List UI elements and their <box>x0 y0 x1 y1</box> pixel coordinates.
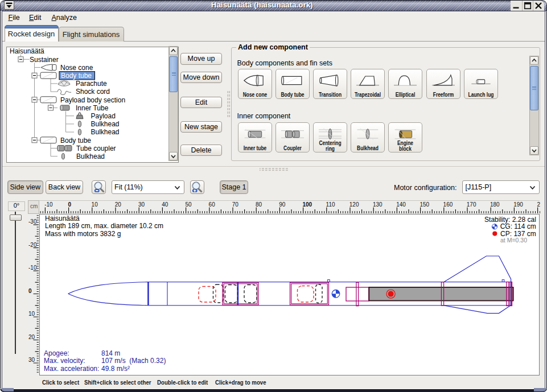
svg-text:49.8 m/s²: 49.8 m/s² <box>101 365 130 373</box>
svg-text:Apogee:: Apogee: <box>44 349 69 357</box>
svg-text:at M=0.30: at M=0.30 <box>500 237 527 244</box>
svg-text:107 m/s (Mach 0.32): 107 m/s (Mach 0.32) <box>101 357 166 365</box>
svg-text:814 m: 814 m <box>101 349 120 357</box>
svg-text:Length 189 cm, max. diameter 1: Length 189 cm, max. diameter 10.2 cm <box>45 222 163 230</box>
svg-text:Mass with motors 3832 g: Mass with motors 3832 g <box>45 230 121 238</box>
svg-text:Max. velocity:: Max. velocity: <box>44 357 85 365</box>
svg-text:Max. acceleration:: Max. acceleration: <box>44 365 99 373</box>
svg-text:Haisunäätä: Haisunäätä <box>45 214 80 222</box>
